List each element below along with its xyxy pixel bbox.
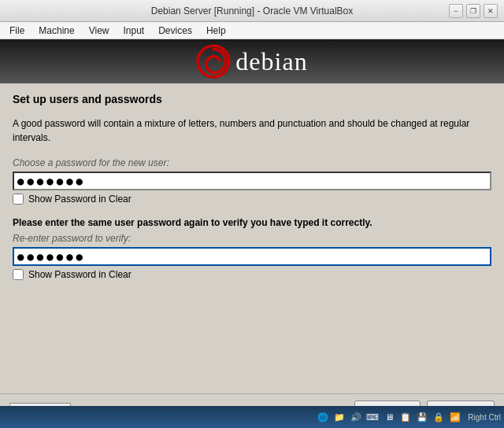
window-title: Debian Server [Running] - Oracle VM Virt… xyxy=(151,6,354,17)
debian-name: debian xyxy=(235,47,307,76)
menu-bar: File Machine View Input Devices Help xyxy=(0,22,504,39)
installer-content: Set up users and passwords A good passwo… xyxy=(0,83,504,393)
taskbar: 🌐 📁 🔊 ⌨ 🖥 📋 💾 🔒 📶 Right Ctrl xyxy=(0,406,504,428)
verify-password-input[interactable] xyxy=(13,247,491,266)
show-password-row: Show Password in Clear xyxy=(13,194,491,205)
taskbar-icon-kb: ⌨ xyxy=(365,410,380,424)
show-verify-row: Show Password in Clear xyxy=(13,269,491,280)
menu-machine[interactable]: Machine xyxy=(32,24,80,38)
debian-logo: debian xyxy=(196,44,307,79)
menu-file[interactable]: File xyxy=(3,24,31,38)
show-password-checkbox[interactable] xyxy=(13,194,24,205)
verify-title: Please enter the same user password agai… xyxy=(13,217,491,228)
taskbar-icon-display: 🖥 xyxy=(382,410,396,424)
section-title: Set up users and passwords xyxy=(13,93,491,105)
right-ctrl-label: Right Ctrl xyxy=(468,413,501,422)
info-text: A good password will contain a mixture o… xyxy=(13,116,491,145)
password-input[interactable] xyxy=(13,172,491,190)
taskbar-icon-audio: 🔊 xyxy=(349,410,363,424)
menu-view[interactable]: View xyxy=(83,24,116,38)
restore-button[interactable]: ❐ xyxy=(466,4,480,18)
password-info-block: A good password will contain a mixture o… xyxy=(13,116,491,145)
taskbar-icon-lock: 🔒 xyxy=(432,410,446,424)
taskbar-icon-save: 💾 xyxy=(415,410,429,424)
title-bar: Debian Server [Running] - Oracle VM Virt… xyxy=(0,0,504,22)
show-password-label: Show Password in Clear xyxy=(28,194,132,205)
verify-block: Please enter the same user password agai… xyxy=(13,212,491,280)
taskbar-icon-network: 🌐 xyxy=(316,410,330,424)
menu-devices[interactable]: Devices xyxy=(152,24,198,38)
taskbar-right: 🌐 📁 🔊 ⌨ 🖥 📋 💾 🔒 📶 Right Ctrl xyxy=(316,410,501,424)
debian-header: debian xyxy=(0,39,504,83)
vm-window: debian Set up users and passwords A good… xyxy=(0,39,504,428)
taskbar-icon-clipboard: 📋 xyxy=(398,410,413,424)
info-text-content: A good password will contain a mixture o… xyxy=(13,118,469,143)
verify-label: Re-enter password to verify: xyxy=(13,233,491,244)
show-verify-label: Show Password in Clear xyxy=(28,269,132,280)
menu-help[interactable]: Help xyxy=(200,24,232,38)
password-entry-block: Choose a password for the new user: Show… xyxy=(13,153,491,205)
taskbar-icon-folder: 📁 xyxy=(332,410,346,424)
minimize-button[interactable]: − xyxy=(449,4,463,18)
close-button[interactable]: ✕ xyxy=(484,4,498,18)
show-verify-checkbox[interactable] xyxy=(13,269,24,280)
password-label: Choose a password for the new user: xyxy=(13,157,491,168)
taskbar-icon-network2: 📶 xyxy=(448,410,462,424)
window-controls: − ❐ ✕ xyxy=(449,4,498,18)
debian-swirl-icon xyxy=(196,44,231,79)
menu-input[interactable]: Input xyxy=(117,24,151,38)
